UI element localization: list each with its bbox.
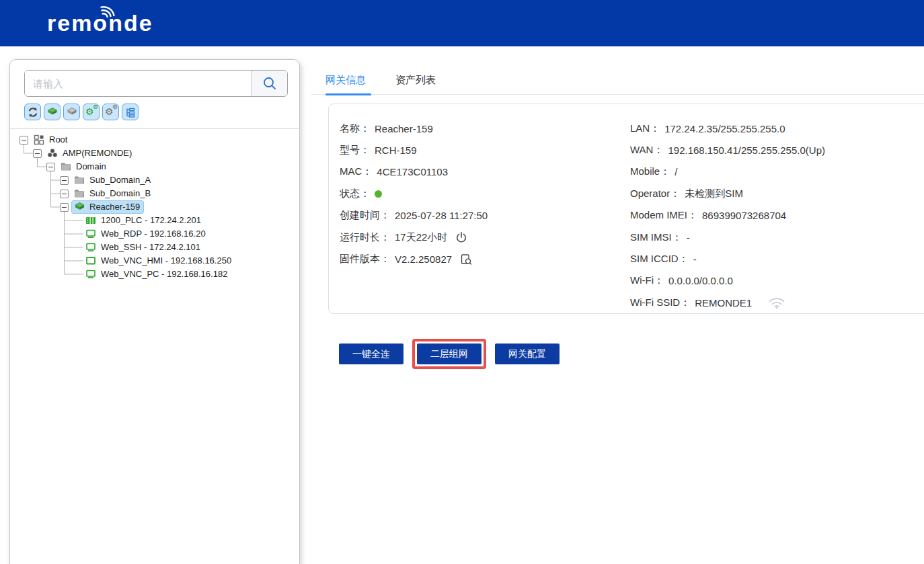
tree-node-label: Reacher-159: [89, 202, 140, 212]
gateway-info-card: 名称： Reacher-159 型号： RCH-159 MAC： 4CE173C…: [328, 104, 924, 314]
info-row-imsi: SIM IMSI： -: [630, 227, 924, 248]
search-input[interactable]: [25, 71, 251, 96]
collapse-toggle[interactable]: [20, 136, 28, 145]
info-value: 未检测到SIM: [685, 188, 743, 200]
gears-green-icon: ⚙⚙: [85, 106, 97, 118]
offline-device-filter-button[interactable]: ⚙⚙: [102, 104, 119, 120]
gears-gray-icon: ⚙⚙: [105, 106, 116, 118]
tree-node-web-rdp[interactable]: Web_RDP - 192.168.16.20: [10, 227, 299, 241]
info-value: 172.24.2.35/255.255.255.0: [664, 123, 785, 134]
tree-node-label: Root: [49, 134, 67, 145]
info-column-right: LAN： 172.24.2.35/255.255.255.0 WAN： 192.…: [630, 118, 924, 313]
selected-node[interactable]: Reacher-159: [72, 201, 143, 213]
collapse-toggle[interactable]: [60, 190, 69, 198]
collapse-toggle[interactable]: [60, 176, 69, 185]
folder-icon: [61, 161, 73, 172]
power-icon[interactable]: [455, 231, 467, 243]
info-value: 4CE173C01103: [377, 166, 448, 177]
tab-asset-list[interactable]: 资产列表: [395, 73, 436, 94]
tree-node-reacher-159[interactable]: Reacher-159: [10, 200, 299, 214]
collapse-toggle[interactable]: [60, 203, 69, 212]
info-row-wifi-ssid: Wi-Fi SSID： REMONDE1: [630, 292, 924, 313]
info-value: 869399073268704: [702, 210, 786, 221]
wifi-icon: [768, 296, 785, 309]
info-value: 17天22小时: [395, 231, 447, 244]
tree-node-domain[interactable]: Domain: [10, 160, 299, 173]
info-label: Wi-Fi SSID：: [630, 296, 690, 309]
info-label: LAN：: [630, 122, 660, 135]
tree-node-web-vnc-pc[interactable]: Web_VNC_PC - 192.168.16.182: [10, 268, 299, 281]
info-label: Operator：: [630, 188, 680, 200]
device-tree: Root AMP(REMONDE) Domain: [10, 129, 299, 281]
app-logo: remonde: [47, 8, 153, 38]
info-value: -: [687, 232, 690, 243]
plc-icon: [85, 215, 98, 226]
device-tree-panel: ⚙⚙ ⚙⚙: [9, 59, 300, 564]
collapse-toggle[interactable]: [46, 163, 55, 171]
info-row-name: 名称： Reacher-159: [340, 118, 630, 139]
info-label: SIM ICCID：: [630, 253, 689, 266]
tree-node-1200-plc[interactable]: 1200_PLC - 172.24.2.201: [10, 214, 299, 227]
info-label: 型号：: [340, 144, 370, 157]
file-search-icon[interactable]: [460, 253, 472, 266]
connect-all-button[interactable]: 一键全连: [339, 344, 403, 364]
info-label: SIM IMSI：: [630, 231, 682, 244]
monitor-icon: [85, 229, 98, 239]
info-value: RCH-159: [375, 145, 417, 156]
info-value: 2025-07-28 11:27:50: [395, 210, 488, 221]
action-buttons: 一键全连 二层组网 网关配置: [339, 339, 924, 369]
info-row-mobile: Mobile： /: [630, 161, 924, 183]
gateway-config-button[interactable]: 网关配置: [495, 344, 560, 364]
info-value: V2.2.250827: [395, 253, 452, 265]
screen-icon: [85, 255, 98, 266]
offline-gateway-filter-button[interactable]: [63, 104, 80, 120]
info-row-wan: WAN： 192.168.150.41/255.255.255.0(Up): [630, 139, 924, 161]
info-label: 名称：: [340, 122, 370, 135]
info-column-left: 名称： Reacher-159 型号： RCH-159 MAC： 4CE173C…: [340, 118, 630, 313]
tree-node-label: Web_VNC_HMI - 192.168.16.250: [101, 255, 231, 266]
layer2-network-button[interactable]: 二层组网: [417, 344, 482, 364]
monitor-icon: [85, 269, 98, 280]
info-row-created: 创建时间： 2025-07-28 11:27:50: [340, 205, 630, 227]
info-label: Modem IMEI：: [630, 209, 697, 222]
tree-node-root[interactable]: Root: [10, 133, 299, 147]
tree-node-sub-domain-b[interactable]: Sub_Domain_B: [10, 187, 299, 200]
tree-node-amp[interactable]: AMP(REMONDE): [10, 147, 299, 160]
info-value: /: [675, 166, 677, 177]
grid-icon: [34, 134, 46, 145]
tree-toolbar: ⚙⚙ ⚙⚙: [24, 104, 285, 120]
tree-node-web-ssh[interactable]: Web_SSH - 172.24.2.101: [10, 241, 299, 254]
info-row-mac: MAC： 4CE173C01103: [340, 161, 630, 183]
online-gateway-filter-button[interactable]: [44, 104, 61, 120]
search-button[interactable]: [251, 71, 287, 96]
cluster-icon: [47, 148, 59, 159]
tree-node-label: Sub_Domain_A: [89, 175, 151, 186]
info-row-status: 状态：: [340, 183, 630, 204]
info-label: 状态：: [340, 188, 370, 200]
info-row-firmware: 固件版本： V2.2.250827: [340, 248, 630, 270]
tree-node-sub-domain-a[interactable]: Sub_Domain_A: [10, 173, 299, 187]
info-label: 运行时长：: [340, 231, 390, 244]
refresh-button[interactable]: [24, 104, 41, 120]
cube-green-icon: [47, 107, 58, 118]
info-row-model: 型号： RCH-159: [340, 139, 630, 161]
tree-node-label: Domain: [76, 161, 106, 172]
info-value: Reacher-159: [375, 123, 433, 134]
expand-tree-button[interactable]: [122, 104, 139, 120]
main-content: 网关信息 资产列表 名称： Reacher-159 型号： RCH-159 MA…: [311, 59, 924, 369]
info-label: MAC：: [340, 165, 372, 178]
info-value: 192.168.150.41/255.255.255.0(Up): [668, 145, 825, 156]
collapse-toggle[interactable]: [33, 149, 42, 158]
folder-icon: [74, 175, 86, 186]
info-row-wifi: Wi-Fi： 0.0.0.0/0.0.0.0: [630, 270, 924, 292]
info-label: Wi-Fi：: [630, 274, 664, 287]
tree-node-web-vnc-hmi[interactable]: Web_VNC_HMI - 192.168.16.250: [10, 254, 299, 268]
info-row-imei: Modem IMEI： 869399073268704: [630, 205, 924, 227]
tree-list-icon: [125, 107, 136, 118]
online-device-filter-button[interactable]: ⚙⚙: [83, 104, 100, 120]
tree-node-label: Web_SSH - 172.24.2.101: [101, 242, 200, 253]
gateway-cube-icon: [74, 202, 86, 212]
status-online-dot: [375, 190, 382, 198]
tab-bar: 网关信息 资产列表: [311, 59, 924, 95]
tab-gateway-info[interactable]: 网关信息: [325, 73, 366, 94]
